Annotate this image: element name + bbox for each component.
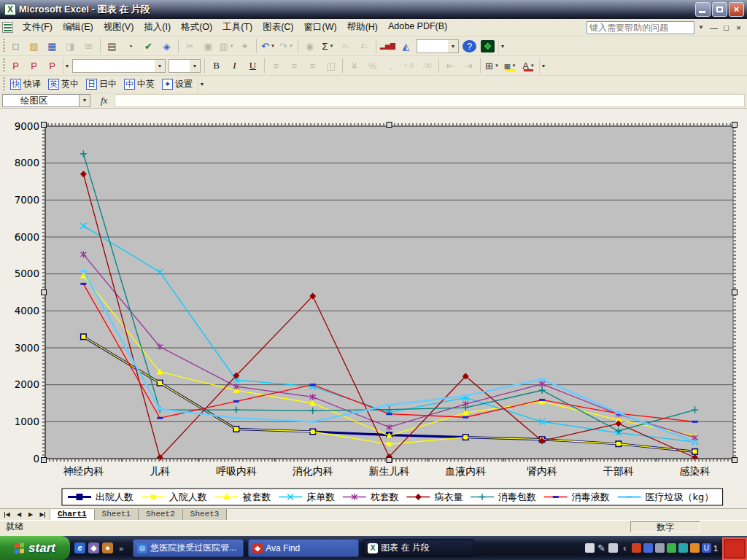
undo-button[interactable]: ↶▼ (260, 39, 276, 54)
kuaiyi-english-chinese-button[interactable]: 英英中 (45, 77, 82, 92)
tray-app-3-icon[interactable] (655, 543, 665, 553)
tab-scroll-first-icon[interactable]: ◀ (1, 510, 13, 519)
selection-handle[interactable] (42, 290, 47, 295)
fill-color-dropdown-icon[interactable]: ▼ (511, 63, 516, 68)
sheet-tab-chart1[interactable]: Chart1 (50, 509, 95, 520)
marker-dash[interactable] (539, 399, 545, 401)
marker-dash[interactable] (387, 413, 392, 415)
name-box[interactable]: 绘图区 (2, 94, 80, 107)
help-dropdown-icon[interactable]: ▼ (694, 24, 708, 31)
menu-item-6[interactable]: 工具(T) (217, 19, 258, 36)
currency-style-button[interactable]: ¥ (346, 58, 363, 74)
tray-app-5-icon[interactable] (678, 543, 688, 553)
plugin-green-button[interactable]: ❖ (481, 40, 495, 52)
tray-app-4-icon[interactable] (667, 543, 676, 553)
redo-button[interactable]: ↷▼ (278, 39, 295, 54)
menu-item-2[interactable]: 编辑(E) (58, 19, 98, 36)
marker-sq6[interactable] (234, 427, 239, 431)
minimize-button[interactable] (695, 2, 711, 17)
workbook-minimize-icon[interactable]: — (708, 23, 720, 32)
marker-dash[interactable] (462, 416, 468, 419)
chart-wizard-button[interactable]: ▂▅▇ (379, 39, 396, 54)
help-question-input[interactable] (587, 21, 694, 34)
percent-style-button[interactable]: % (364, 58, 381, 74)
tab-scroll-prev-icon[interactable]: ◀ (13, 510, 25, 519)
kuaiyi-japanese-chinese-button[interactable]: 日日中 (83, 77, 120, 92)
open-folder-button[interactable]: ▨ (26, 39, 42, 54)
undo-dropdown-icon[interactable]: ▼ (271, 44, 275, 48)
selection-handle[interactable] (732, 290, 738, 295)
name-box-dropdown-icon[interactable]: ▼ (80, 94, 90, 107)
font-color-button[interactable]: A▼ (520, 58, 537, 74)
increase-indent-button[interactable]: ⇥ (460, 58, 477, 74)
menu-item-7[interactable]: 图表(C) (258, 19, 298, 36)
marker-dash2[interactable] (615, 412, 622, 414)
close-button[interactable]: × (729, 2, 744, 17)
italic-button[interactable]: I (226, 58, 243, 74)
bold-button[interactable]: B (208, 58, 225, 74)
borders-button[interactable]: ⊞▼ (484, 58, 500, 74)
menu-item-5[interactable]: 格式(O) (176, 19, 217, 36)
drawing-button[interactable]: ◭ (398, 39, 414, 54)
selection-handle[interactable] (732, 122, 738, 128)
tray-app-6-icon[interactable] (690, 543, 700, 553)
help-button[interactable]: ? (462, 40, 476, 52)
selection-handle[interactable] (387, 122, 392, 128)
pdf-convert-email-button[interactable]: P (26, 58, 42, 74)
paste-dropdown-icon[interactable]: ▼ (230, 44, 234, 48)
marker-sq6[interactable] (311, 429, 315, 434)
autosum-button[interactable]: Σ▼ (320, 39, 336, 54)
menu-item-9[interactable]: 帮助(H) (342, 19, 383, 36)
ie-icon[interactable]: e (74, 542, 85, 553)
hyperlink-button[interactable]: ◉ (301, 39, 318, 54)
autosum-dropdown-icon[interactable]: ▼ (330, 44, 334, 48)
menu-item-10[interactable]: Adobe PDF(B) (383, 19, 452, 36)
marker-sq6[interactable] (693, 449, 697, 454)
taskbar-button-1[interactable]: ◎悠医院接受过医院管... (133, 539, 244, 557)
marker-dash2[interactable] (157, 408, 163, 411)
align-center-button[interactable]: ≡ (286, 58, 303, 74)
marker-sq6[interactable] (158, 381, 162, 385)
marker-dash[interactable] (692, 421, 698, 423)
tab-scroll-last-icon[interactable]: ▶ (36, 510, 48, 519)
paste-button[interactable]: ▥▼ (218, 39, 235, 54)
ime-mode-icon[interactable] (608, 543, 618, 553)
tray-app-2-icon[interactable] (643, 543, 653, 553)
taskbar-button-2[interactable]: ◆Ava Find (248, 539, 359, 557)
marker-dash2[interactable] (386, 404, 392, 406)
align-right-button[interactable]: ≡ (304, 58, 321, 74)
ime-keyboard-icon[interactable] (585, 543, 595, 553)
pdf-convert-review-button[interactable]: P (44, 58, 61, 74)
marker-sq6[interactable] (387, 442, 392, 446)
sheet-tab-sheet2[interactable]: Sheet2 (139, 509, 183, 520)
marker-dash2[interactable] (462, 394, 469, 397)
zoom-combo[interactable]: ▼ (417, 39, 459, 53)
underline-button[interactable]: U (244, 58, 261, 74)
kuaiyi-chinese-english-button[interactable]: 中中英 (121, 77, 158, 92)
selection-handle[interactable] (732, 458, 738, 463)
quick-launch-icon-2[interactable]: ◆ (88, 542, 99, 553)
tray-collapse-icon[interactable]: ‹ (620, 543, 630, 553)
selection-handle[interactable] (42, 122, 47, 128)
font-color-dropdown-icon[interactable]: ▼ (530, 63, 535, 68)
toolbar-options-icon[interactable]: ▼ (498, 39, 506, 54)
insert-function-icon[interactable]: fx (101, 95, 107, 106)
taskbar-button-3[interactable]: X图表 在 片段 (363, 539, 474, 557)
marker-sq6[interactable] (81, 335, 85, 339)
decrease-decimal-button[interactable]: .00 (419, 58, 436, 74)
formula-input[interactable] (115, 94, 745, 107)
increase-decimal-button[interactable]: +.0 (400, 58, 417, 74)
align-left-button[interactable]: ≡ (268, 58, 285, 74)
font-size-combo[interactable]: ▼ (169, 59, 201, 73)
marker-sq6[interactable] (463, 435, 468, 440)
save-button[interactable]: ▦ (44, 39, 61, 54)
workbook-close-icon[interactable]: × (732, 23, 745, 32)
tab-scroll-next-icon[interactable]: ▶ (25, 510, 36, 519)
fill-color-button[interactable]: ◙▼ (502, 58, 519, 74)
sheet-tab-sheet1[interactable]: Sheet1 (95, 509, 139, 520)
quick-launch-more-icon[interactable]: » (116, 544, 126, 553)
marker-dash[interactable] (157, 417, 163, 419)
restore-button[interactable] (712, 2, 727, 17)
selection-handle[interactable] (387, 458, 392, 463)
cut-button[interactable]: ✂ (182, 39, 198, 54)
